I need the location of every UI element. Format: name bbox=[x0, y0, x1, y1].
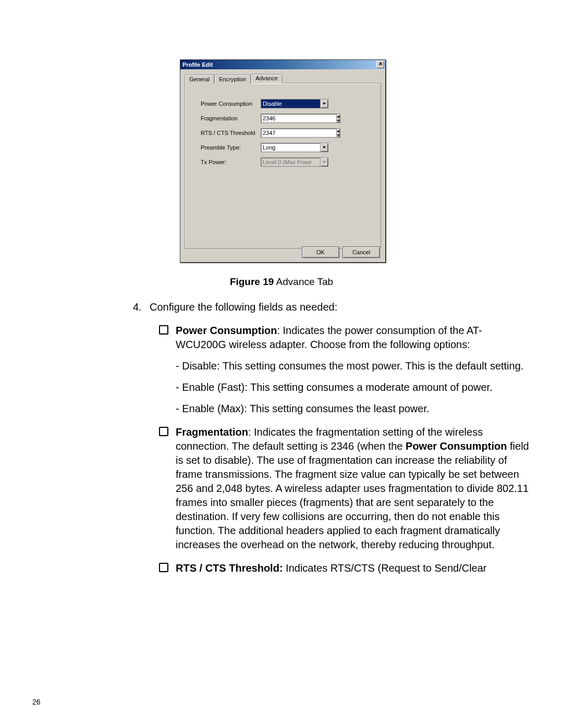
tab-encryption[interactable]: Encryption bbox=[214, 75, 251, 84]
preamble-type-label: Preamble Type: bbox=[201, 144, 261, 151]
stepper-up-icon[interactable] bbox=[337, 129, 340, 133]
term-power-consumption: Power Consumption bbox=[176, 325, 277, 336]
tab-general[interactable]: General bbox=[185, 75, 214, 84]
inline-bold: Power Consumption bbox=[406, 440, 507, 452]
text: Indicates RTS/CTS (Request to Send/Clear bbox=[283, 562, 487, 574]
ok-button[interactable]: OK bbox=[302, 246, 339, 258]
sub-line: - Enable (Max): This setting consumes th… bbox=[176, 402, 532, 416]
checkbox-bullet-icon bbox=[159, 325, 168, 335]
power-consumption-label: Power Consumption bbox=[201, 101, 261, 107]
advance-tab-panel: Power Consumption Disable Fragmentation bbox=[185, 83, 381, 249]
fragmentation-input[interactable] bbox=[261, 114, 337, 123]
figure-caption: Figure 19 Advance Tab bbox=[31, 276, 532, 288]
preamble-type-value: Long bbox=[261, 143, 320, 152]
sub-line: - Disable: This setting consumes the mos… bbox=[176, 359, 532, 373]
sub-line: - Enable (Fast): This setting consumes a… bbox=[176, 380, 532, 394]
chevron-down-icon[interactable] bbox=[320, 143, 328, 152]
power-consumption-dropdown[interactable]: Disable bbox=[261, 99, 328, 108]
rts-cts-stepper[interactable] bbox=[261, 128, 328, 138]
step-number: 4. bbox=[133, 301, 150, 313]
list-item: Fragmentation: Indicates the fragmentati… bbox=[159, 425, 532, 552]
list-item: Power Consumption: Indicates the power c… bbox=[159, 324, 532, 416]
fragmentation-stepper[interactable] bbox=[261, 114, 328, 123]
chevron-down-icon[interactable] bbox=[320, 100, 328, 108]
tx-power-dropdown: Level 0 (Max Powe bbox=[261, 157, 328, 167]
profile-edit-dialog: Profile Edit ✕ General Encryption Advanc… bbox=[180, 59, 386, 263]
term-fragmentation: Fragmentation bbox=[176, 426, 248, 438]
figure-label: Figure 19 bbox=[230, 276, 274, 287]
tx-power-label: Tx Power: bbox=[201, 159, 261, 165]
tx-power-value: Level 0 (Max Powe bbox=[261, 158, 320, 166]
power-consumption-value: Disable bbox=[261, 100, 320, 108]
step-text: Configure the following fields as needed… bbox=[150, 301, 337, 313]
page-number: 26 bbox=[32, 698, 41, 706]
checkbox-bullet-icon bbox=[159, 563, 168, 572]
stepper-up-icon[interactable] bbox=[337, 114, 340, 118]
rts-cts-input[interactable] bbox=[261, 128, 337, 138]
term-rts-cts: RTS / CTS Threshold: bbox=[176, 562, 283, 574]
text: field is set to disable). The use of fra… bbox=[176, 440, 529, 550]
tab-advance[interactable]: Advance bbox=[251, 74, 283, 83]
document-body: Figure 19 Advance Tab 4. Configure the f… bbox=[31, 276, 532, 585]
cancel-button[interactable]: Cancel bbox=[342, 246, 380, 258]
step-4: 4. Configure the following fields as nee… bbox=[133, 301, 532, 313]
titlebar: Profile Edit ✕ bbox=[180, 60, 385, 69]
close-icon[interactable]: ✕ bbox=[376, 61, 384, 68]
chevron-down-icon bbox=[320, 158, 328, 166]
fragmentation-label: Fragmentation bbox=[201, 115, 261, 121]
dialog-title: Profile Edit bbox=[182, 61, 213, 68]
checkbox-bullet-icon bbox=[159, 427, 168, 436]
tab-strip: General Encryption Advance bbox=[185, 74, 381, 83]
list-item: RTS / CTS Threshold: Indicates RTS/CTS (… bbox=[159, 561, 532, 575]
preamble-type-dropdown[interactable]: Long bbox=[261, 143, 328, 152]
rts-cts-label: RTS / CTS Threshold bbox=[201, 130, 261, 136]
stepper-down-icon[interactable] bbox=[337, 118, 340, 122]
figure-caption-text: Advance Tab bbox=[274, 276, 333, 287]
stepper-down-icon[interactable] bbox=[337, 133, 340, 137]
